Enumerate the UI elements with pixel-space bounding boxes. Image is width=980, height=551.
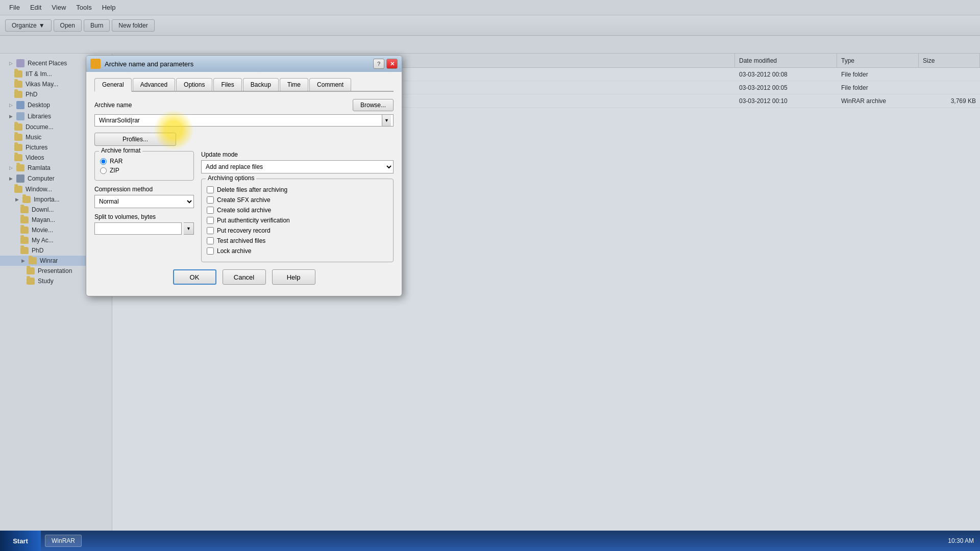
archive-name-row: ▼ [94,114,394,127]
tab-options[interactable]: Options [176,78,212,91]
option-solid-row: Create solid archive [207,207,388,214]
option-auth-checkbox[interactable] [207,217,214,224]
main-form: Archive format RAR ZIP Compres [94,151,394,262]
option-solid-label[interactable]: Create solid archive [217,207,271,214]
format-rar-label[interactable]: RAR [110,158,122,165]
dialog-tabs: General Advanced Options Files Backup Ti… [94,78,394,92]
compression-label: Compression method [94,186,194,193]
archive-name-label: Archive name [94,102,132,109]
split-input[interactable] [94,222,182,235]
option-test-checkbox[interactable] [207,237,214,244]
option-delete-label[interactable]: Delete files after archiving [217,186,287,193]
cancel-button[interactable]: Cancel [223,269,266,285]
split-section: Split to volumes, bytes ▼ [94,213,194,235]
option-sfx-checkbox[interactable] [207,196,214,204]
option-lock-label[interactable]: Lock archive [217,247,251,255]
option-test-label[interactable]: Test archived files [217,237,265,244]
help-button[interactable]: Help [272,269,315,285]
archive-name-input[interactable] [97,115,382,126]
dialog-app-icon [90,59,101,69]
taskbar-winrar[interactable]: WinRAR [45,535,82,547]
taskbar-tray: 10:30 AM [942,537,980,544]
start-button[interactable]: Start [0,531,41,551]
archive-dialog: Archive name and parameters ? ✕ General … [86,55,402,296]
option-recovery-checkbox[interactable] [207,227,214,234]
compression-select[interactable]: Normal [95,197,193,206]
option-delete-row: Delete files after archiving [207,186,388,193]
archive-format-label: Archive format [99,147,142,154]
format-zip-label[interactable]: ZIP [110,167,119,174]
update-mode-section: Update mode Add and replace files [201,151,394,173]
archive-name-dropdown[interactable]: ▼ [382,115,391,126]
option-test-row: Test archived files [207,237,388,244]
right-column: Update mode Add and replace files Archiv… [201,151,394,262]
compression-combo[interactable]: Normal [94,195,194,208]
format-zip-radio[interactable] [100,167,107,174]
split-label: Split to volumes, bytes [94,213,194,220]
tab-comment[interactable]: Comment [309,78,351,91]
archive-format-group: Archive format RAR ZIP [94,151,194,181]
option-sfx-label[interactable]: Create SFX archive [217,196,271,204]
option-delete-checkbox[interactable] [207,186,214,193]
dialog-close-button[interactable]: ✕ [386,59,398,69]
format-rar-row: RAR [100,158,188,165]
option-lock-row: Lock archive [207,247,388,255]
profiles-button[interactable]: Profiles... [94,133,176,146]
split-dropdown[interactable]: ▼ [184,222,194,235]
dialog-body: General Advanced Options Files Backup Ti… [86,72,402,296]
dialog-titlebar: Archive name and parameters ? ✕ [86,56,402,72]
tab-time[interactable]: Time [280,78,308,91]
format-zip-row: ZIP [100,167,188,174]
tab-advanced[interactable]: Advanced [133,78,175,91]
tab-general[interactable]: General [94,78,132,92]
format-rar-radio[interactable] [100,158,107,165]
dialog-title: Archive name and parameters [105,60,369,68]
archiving-options-group: Archiving options Delete files after arc… [201,179,394,262]
taskbar-items: WinRAR [41,535,942,547]
compression-section: Compression method Normal [94,186,194,208]
taskbar: Start WinRAR 10:30 AM [0,531,980,551]
dialog-buttons: OK Cancel Help [94,262,394,290]
dialog-help-button[interactable]: ? [373,59,384,69]
option-auth-label[interactable]: Put authenticity verification [217,217,290,224]
tab-files[interactable]: Files [213,78,241,91]
archiving-options-label: Archiving options [206,174,256,182]
tab-backup[interactable]: Backup [243,78,279,91]
option-sfx-row: Create SFX archive [207,196,388,204]
ok-button[interactable]: OK [173,269,216,285]
update-mode-combo[interactable]: Add and replace files [201,160,394,173]
archive-name-combo[interactable]: ▼ [94,114,394,127]
update-mode-label: Update mode [201,151,394,158]
option-lock-checkbox[interactable] [207,247,214,255]
browse-button[interactable]: Browse... [353,99,394,111]
option-recovery-row: Put recovery record [207,227,388,234]
option-solid-checkbox[interactable] [207,207,214,214]
left-column: Archive format RAR ZIP Compres [94,151,194,262]
update-mode-select[interactable]: Add and replace files [202,163,393,171]
option-auth-row: Put authenticity verification [207,217,388,224]
option-recovery-label[interactable]: Put recovery record [217,227,271,234]
